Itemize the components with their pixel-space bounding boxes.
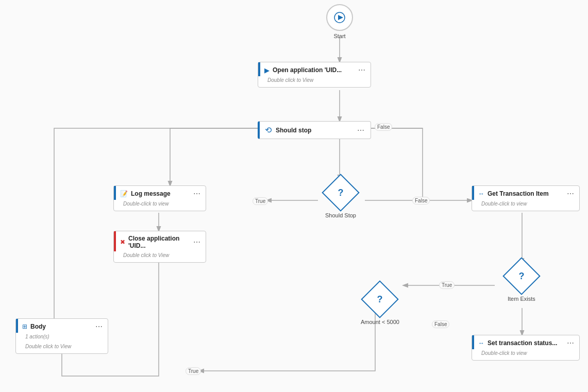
close-application-header: ✖ Close application 'UID... ⋯ (114, 231, 206, 251)
question-icon-3: ? (377, 294, 383, 305)
question-icon: ? (338, 188, 343, 198)
close-icon: ✖ (120, 238, 125, 246)
set-transaction-title: Set transaction status... (488, 339, 563, 347)
open-application-menu[interactable]: ⋯ (357, 66, 366, 74)
should-stop-diamond-shape[interactable]: ? (322, 174, 360, 212)
get-transaction-header: ↔ Get Transaction Item ⋯ (472, 186, 579, 200)
should-stop-diamond-label: Should Stop (325, 212, 356, 218)
amount-diamond-shape[interactable]: ? (361, 280, 399, 318)
true-label-item: True (439, 281, 455, 289)
amount-diamond-label: Amount < 5000 (361, 319, 399, 325)
start-circle[interactable] (326, 4, 353, 31)
start-label: Start (333, 33, 345, 39)
close-application-title: Close application 'UID... (128, 235, 189, 249)
log-icon: 📝 (120, 190, 128, 197)
body-subtitle1: 1 action(s) (16, 333, 108, 344)
body-icon: ⊞ (22, 323, 27, 330)
log-message-header: 📝 Log message ⋯ (114, 186, 206, 200)
svg-marker-10 (338, 15, 343, 20)
body-title: Body (30, 323, 91, 330)
set-transaction-status-node[interactable]: ↔ Set transaction status... ⋯ Double-cli… (472, 335, 580, 361)
play-icon: ▶ (264, 66, 270, 74)
body-header: ⊞ Body ⋯ (16, 319, 108, 333)
item-exists-label: Item Exists (508, 296, 535, 302)
item-exists-diamond-node: ? Item Exists (508, 263, 535, 302)
get-transaction-item-node[interactable]: ↔ Get Transaction Item ⋯ Double-click to… (472, 185, 580, 211)
false-label-item: False (432, 320, 449, 328)
should-stop-bar-node[interactable]: ⟲ Should stop ⋯ (258, 121, 371, 139)
should-stop-bar-menu[interactable]: ⋯ (356, 126, 365, 134)
workflow-canvas: Start ▶ Open application 'UID... ⋯ Doubl… (0, 0, 588, 392)
true-label-amount: True (186, 367, 201, 375)
loop-icon: ⟲ (265, 125, 272, 135)
log-message-title: Log message (131, 190, 189, 197)
log-message-menu[interactable]: ⋯ (192, 190, 201, 198)
set-transaction-menu[interactable]: ⋯ (566, 339, 575, 347)
amount-diamond-node: ? Amount < 5000 (361, 286, 399, 325)
set-transaction-icon: ↔ (478, 339, 484, 347)
open-application-subtitle: Double click to View (258, 76, 371, 87)
body-node[interactable]: ⊞ Body ⋯ 1 action(s) Double click to Vie… (15, 318, 108, 354)
close-application-node[interactable]: ✖ Close application 'UID... ⋯ Double cli… (113, 231, 206, 263)
close-application-menu[interactable]: ⋯ (192, 238, 201, 246)
open-application-title: Open application 'UID... (273, 66, 354, 74)
close-application-subtitle: Double click to View (114, 251, 206, 262)
should-stop-diamond-node: ? Should Stop (325, 179, 356, 218)
get-transaction-subtitle: Double-click to view (472, 200, 579, 211)
transaction-icon: ↔ (478, 190, 484, 197)
body-subtitle2: Double click to View (16, 344, 108, 353)
open-application-header: ▶ Open application 'UID... ⋯ (258, 62, 371, 76)
question-icon-2: ? (518, 271, 524, 282)
get-transaction-menu[interactable]: ⋯ (566, 190, 575, 198)
item-exists-diamond-shape[interactable]: ? (502, 257, 541, 295)
set-transaction-header: ↔ Set transaction status... ⋯ (472, 335, 579, 349)
set-transaction-subtitle: Double-click to view (472, 349, 579, 360)
false-label-diamond: False (412, 197, 430, 204)
get-transaction-title: Get Transaction Item (488, 190, 563, 197)
true-label-log: True (253, 197, 268, 205)
false-label-shouldstop: False (375, 123, 392, 131)
start-node: Start (326, 4, 353, 39)
body-menu[interactable]: ⋯ (94, 322, 104, 331)
should-stop-bar-title: Should stop (276, 127, 352, 134)
log-message-node[interactable]: 📝 Log message ⋯ Double-click to view (113, 185, 206, 211)
log-message-subtitle: Double-click to view (114, 200, 206, 211)
open-application-node[interactable]: ▶ Open application 'UID... ⋯ Double clic… (258, 62, 371, 88)
